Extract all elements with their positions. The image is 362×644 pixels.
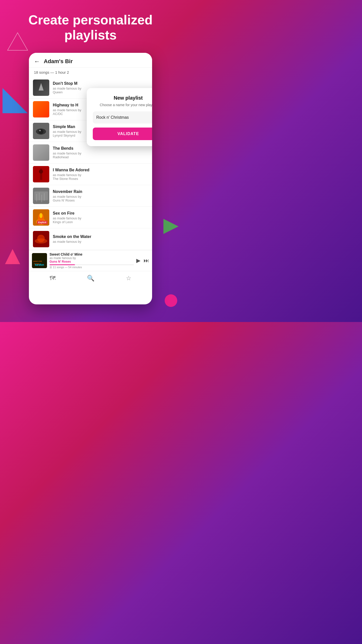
phone-mockup: ← Adam's Bir 18 songs — 1 hour 2 Don't S… (29, 53, 152, 304)
song-subtitle: as made famous by (53, 216, 148, 220)
song-info: The Bends as made famous by Radiohead (53, 146, 148, 159)
page-title: Create personalized playlists (0, 0, 181, 48)
song-artist: Radiohead (53, 155, 148, 159)
now-playing-count: ☰ 11 songs — 54 minutes (50, 266, 134, 269)
song-subtitle: as made famous by (53, 195, 148, 198)
svg-point-20 (39, 213, 42, 218)
play-button[interactable]: ▶ (136, 257, 141, 264)
deco-triangle-pink (5, 249, 20, 264)
dialog-input-wrapper: ✕ (93, 111, 152, 124)
progress-bar (50, 264, 134, 265)
next-button[interactable]: ⏭ (144, 257, 149, 264)
playlist-title: Adam's Bir (44, 58, 73, 65)
now-playing-thumbnail: sweet child o' mine karafun (32, 253, 47, 268)
song-thumbnail (33, 166, 49, 182)
now-playing-controls: ▶ ⏭ (136, 257, 149, 264)
library-icon: 🗺 (50, 275, 56, 282)
now-playing-bar: sweet child o' mine karafun Sweet Child … (29, 250, 152, 271)
song-subtitle: as made famous by (53, 240, 148, 244)
svg-point-10 (39, 170, 43, 174)
song-thumbnail (33, 231, 49, 247)
list-item[interactable]: November Rain as made famous by Guns N' … (29, 185, 152, 207)
new-playlist-dialog: New playlist Choose a name for your new … (87, 88, 152, 146)
nav-library[interactable]: 🗺 (50, 275, 56, 282)
song-subtitle: as made famous by (53, 151, 148, 155)
song-count: 18 songs — 1 hour 2 (29, 68, 152, 77)
song-title: Sex on Fire (53, 211, 148, 216)
song-title: November Rain (53, 189, 148, 194)
song-thumbnail (33, 79, 49, 96)
playlist-name-input[interactable] (96, 115, 152, 120)
song-info: I Wanna Be Adored as made famous by The … (53, 168, 148, 181)
song-title: The Bends (53, 146, 148, 151)
song-thumbnail (33, 123, 49, 139)
song-artist: The Stone Roses (53, 177, 148, 181)
list-item[interactable]: Explicit Sex on Fire as made famous by K… (29, 207, 152, 228)
svg-rect-12 (34, 191, 48, 200)
explicit-badge: Explicit (37, 221, 48, 224)
dialog-title: New playlist (93, 95, 152, 101)
song-title: Don't Stop M (53, 81, 148, 86)
bottom-nav: 🗺 🔍 ☆ (29, 271, 152, 285)
nav-search[interactable]: 🔍 (87, 275, 95, 282)
progress-bar-fill (50, 264, 75, 265)
svg-point-6 (38, 129, 43, 134)
song-info: Smoke on the Water as made famous by (53, 234, 148, 244)
karafun-label: karafun (32, 263, 47, 266)
now-playing-subtitle: as made famous by (50, 256, 134, 260)
svg-marker-3 (163, 219, 178, 234)
favorites-icon: ☆ (126, 275, 131, 282)
svg-marker-2 (5, 249, 20, 264)
list-item[interactable]: Smoke on the Water as made famous by (29, 228, 152, 250)
song-info: Sex on Fire as made famous by Kings of L… (53, 211, 148, 224)
deco-triangle-blue (3, 88, 28, 113)
svg-point-23 (37, 235, 45, 242)
back-button[interactable]: ← (34, 58, 40, 65)
song-thumbnail (33, 188, 49, 204)
now-playing-title: Sweet Child o' Mine (50, 252, 134, 256)
app-header: ← Adam's Bir (29, 53, 152, 68)
dialog-subtitle: Choose a name for your new playlist (93, 103, 152, 107)
song-subtitle: as made famous by (53, 173, 148, 177)
song-title: I Wanna Be Adored (53, 168, 148, 172)
song-artist: Kings of Leon (53, 220, 148, 224)
deco-triangle-green (163, 219, 178, 234)
nav-favorites[interactable]: ☆ (126, 275, 131, 282)
song-info: November Rain as made famous by Guns N' … (53, 189, 148, 202)
song-artist: Guns N' Roses (53, 198, 148, 202)
song-title: Smoke on the Water (53, 234, 148, 239)
svg-point-7 (39, 130, 41, 131)
search-icon: 🔍 (87, 275, 95, 282)
now-playing-artist: Guns N' Roses (50, 260, 134, 263)
song-thumbnail: Explicit (33, 209, 49, 226)
svg-marker-1 (3, 88, 28, 113)
list-item[interactable]: I Wanna Be Adored as made famous by The … (29, 164, 152, 185)
song-thumbnail (33, 101, 49, 117)
deco-circle-pink (165, 294, 177, 307)
song-thumbnail (33, 144, 49, 161)
validate-button[interactable]: VALIDATE (93, 128, 152, 140)
now-playing-info: Sweet Child o' Mine as made famous by Gu… (50, 252, 134, 269)
svg-text:sweet child: sweet child (33, 260, 42, 262)
